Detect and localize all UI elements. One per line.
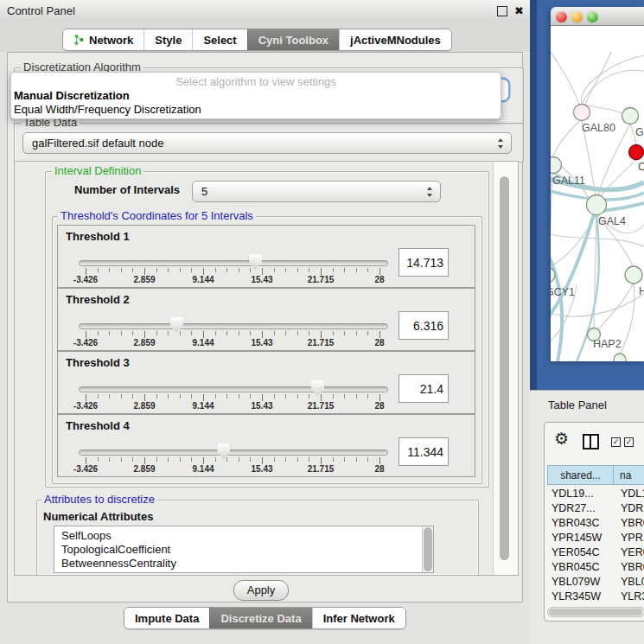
- node-h[interactable]: [625, 266, 642, 284]
- threshold-3-value-field[interactable]: [399, 374, 449, 403]
- node-top-right[interactable]: [622, 108, 639, 124]
- tab-select[interactable]: Select: [192, 29, 246, 50]
- list-item-betweennesscentrality[interactable]: BetweennessCentrality: [54, 557, 433, 571]
- combo-stepper-icon: [427, 187, 433, 197]
- attributes-group-title: Attributes to discretize: [41, 494, 157, 506]
- popup-option-manual-discretization[interactable]: Manual Discretization: [11, 89, 501, 103]
- table-data-selected-value: galFiltered.sif default node: [32, 133, 163, 153]
- node-table: ⚙ ✓ ✓ shared... na YDL19...YDL1 YDR27...…: [544, 422, 644, 622]
- node-label-gal4: GAL4: [598, 215, 626, 227]
- tab-network[interactable]: Network: [63, 29, 143, 50]
- close-traffic-light-icon[interactable]: [556, 11, 567, 22]
- node-label-c: C: [638, 161, 644, 173]
- node-label-h: H: [639, 285, 644, 297]
- node-gal11[interactable]: [551, 157, 562, 174]
- table-row[interactable]: YER054CYER0: [547, 545, 644, 560]
- threshold-1-value-field[interactable]: [399, 248, 449, 277]
- numerical-attributes-list: SelfLoops TopologicalCoefficient Between…: [54, 526, 434, 573]
- threshold-4-panel: Threshold 4 -3.426 2.859 9.144 15.43 21.…: [57, 414, 475, 477]
- checkbox-icon[interactable]: ✓: [611, 437, 621, 447]
- tab-jactivemnodules[interactable]: jActiveMNodules: [339, 29, 451, 50]
- tab-discretize-data[interactable]: Discretize Data: [209, 608, 311, 628]
- node-label-g: G: [635, 126, 644, 138]
- node-bottom-partial[interactable]: [614, 354, 626, 361]
- combo-stepper-icon: [498, 138, 504, 149]
- number-of-intervals-value: 5: [201, 182, 207, 201]
- table-row[interactable]: YLR345WYLR3: [547, 590, 644, 604]
- list-item-topologicalcoefficient[interactable]: TopologicalCoefficient: [54, 543, 433, 557]
- network-canvas[interactable]: GAL80 G C GAL11 GAL4 GCY1 H HAP2: [551, 26, 644, 361]
- list-item-selfloops[interactable]: SelfLoops: [54, 529, 433, 543]
- close-icon[interactable]: ✖: [514, 3, 524, 18]
- control-panel-title: Control Panel: [7, 0, 75, 22]
- control-panel-titlebar: Control Panel ✖: [0, 0, 530, 22]
- network-icon: [73, 34, 85, 46]
- table-row[interactable]: YPR145WYPR1: [547, 531, 644, 545]
- node-red-selected[interactable]: [629, 145, 644, 160]
- control-panel-tabs: Network Style Select Cyni Toolbox jActiv…: [62, 29, 452, 51]
- threshold-2-value-field[interactable]: [399, 311, 449, 340]
- panel-scrollbar-thumb[interactable]: [500, 176, 509, 560]
- list-scrollbar-thumb[interactable]: [424, 527, 432, 571]
- checkbox-icon[interactable]: ✓: [624, 437, 634, 447]
- slider-major-ticks: [86, 331, 382, 338]
- number-of-intervals-combobox[interactable]: 5: [192, 181, 441, 202]
- numerical-attributes-label: Numerical Attributes: [43, 510, 153, 523]
- split-columns-icon[interactable]: [583, 434, 599, 450]
- node-gal4[interactable]: [587, 195, 607, 215]
- table-horizontal-scrollbar[interactable]: [547, 607, 644, 617]
- tab-cyni-toolbox[interactable]: Cyni Toolbox: [247, 29, 339, 50]
- slider-major-ticks: [86, 394, 382, 401]
- slider-major-ticks: [86, 268, 382, 275]
- cyni-bottom-tabs: Impute Data Discretize Data Infer Networ…: [124, 607, 406, 629]
- thresholds-group-title: Threshold's Coordinates for 5 Intervals: [58, 210, 256, 222]
- list-scrollbar[interactable]: [422, 526, 433, 572]
- table-panel: Table Panel ⚙ ✓ ✓ shared... na YDL19...Y…: [530, 390, 644, 644]
- apply-button[interactable]: Apply: [233, 580, 289, 601]
- float-window-icon[interactable]: [497, 6, 507, 16]
- algorithm-popup-placeholder: Select algorithm to view settings: [11, 74, 501, 89]
- table-horizontal-scrollbar-thumb[interactable]: [549, 609, 642, 615]
- table-row[interactable]: YDR27...YDR2: [547, 501, 644, 516]
- node-label-gcy1: GCY1: [551, 286, 575, 298]
- tab-infer-network[interactable]: Infer Network: [312, 608, 405, 628]
- column-header-name[interactable]: na: [613, 465, 644, 485]
- zoom-traffic-light-icon[interactable]: [587, 11, 598, 22]
- column-header-shared-name[interactable]: shared...: [547, 465, 614, 485]
- popup-option-equal-width-frequency[interactable]: Equal Width/Frequency Discretization: [11, 103, 501, 117]
- slider-major-ticks: [86, 457, 382, 464]
- desktop-edge-shadow: [530, 0, 537, 390]
- tab-style[interactable]: Style: [143, 29, 192, 50]
- threshold-1-panel: Threshold 1 -3.426 2.859 9.144 15.43 21.…: [57, 225, 475, 288]
- node-label-hap2: HAP2: [593, 338, 622, 350]
- threshold-2-panel: Threshold 2 -3.426 2.859 9.144 15.43 21.…: [57, 288, 475, 351]
- threshold-3-panel: Threshold 3 -3.426 2.859 9.144 15.43 21.…: [57, 351, 475, 414]
- table-row[interactable]: YBR043CYBR0: [547, 516, 644, 531]
- algorithm-dropdown-popup: Select algorithm to view settings Manual…: [10, 72, 501, 119]
- gear-icon[interactable]: ⚙: [554, 429, 569, 448]
- tab-network-label: Network: [89, 34, 133, 47]
- tab-impute-data[interactable]: Impute Data: [124, 608, 209, 628]
- node-gal80[interactable]: [574, 105, 590, 121]
- table-row[interactable]: YBL079WYBL0: [547, 575, 644, 590]
- table-panel-title: Table Panel: [548, 399, 607, 411]
- network-view-window: GAL80 G C GAL11 GAL4 GCY1 H HAP2: [551, 7, 644, 361]
- table-row[interactable]: YDL19...YDL1: [547, 487, 644, 501]
- network-graph: GAL80 G C GAL11 GAL4 GCY1 H HAP2: [551, 26, 644, 361]
- node-label-gal11: GAL11: [552, 175, 585, 187]
- node-label-gal80: GAL80: [582, 122, 615, 134]
- table-data-combobox[interactable]: galFiltered.sif default node: [22, 132, 512, 154]
- control-panel: Control Panel ✖ Network Style Select Cyn…: [0, 0, 530, 644]
- table-row[interactable]: YBR045CYBR0: [547, 560, 644, 575]
- number-of-intervals-label: Number of Intervals: [74, 183, 180, 196]
- minimize-traffic-light-icon[interactable]: [571, 11, 583, 22]
- interval-definition-title: Interval Definition: [52, 165, 143, 177]
- threshold-4-value-field[interactable]: [399, 437, 449, 466]
- network-window-titlebar[interactable]: [551, 7, 644, 26]
